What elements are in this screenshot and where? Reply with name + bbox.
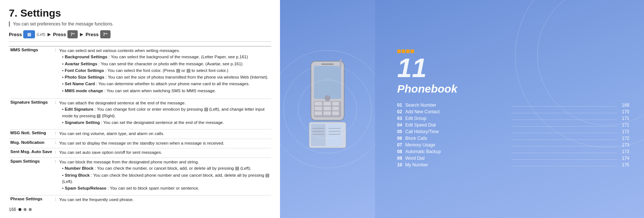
signature-desc: You can attach the designated sentence a… xyxy=(59,101,186,105)
toc-num: 04 xyxy=(397,122,405,128)
mms-bullet-list: Background Settings : You can select the… xyxy=(59,54,270,94)
msg-noti-desc: You can set ring volume, alarm type, and… xyxy=(58,129,271,139)
toc-dots xyxy=(512,166,617,166)
toc-text: Automatic Backup xyxy=(405,149,510,154)
toc-text: Memory Usage xyxy=(405,142,510,148)
toc-num: 10 xyxy=(397,162,405,167)
list-item: Signature Setting : You can set the desi… xyxy=(62,120,270,126)
spam-bullet-list: Number Block : You can check the number,… xyxy=(59,165,270,191)
table-row: Spam Settings : You can block the messag… xyxy=(9,158,271,195)
chapter-icon-dot-3 xyxy=(406,49,410,53)
page-subtitle: You can set preferences for the message … xyxy=(9,21,271,27)
table-row: Msg. Notification : You can set to displ… xyxy=(9,139,271,148)
chapter-icon-dot-1 xyxy=(397,49,401,53)
page-dot-1 xyxy=(24,208,27,211)
toc-page: 174 xyxy=(618,156,629,161)
toc-text: Word Dial xyxy=(405,156,510,161)
setting-name-spam: Spam Settings xyxy=(9,158,53,195)
chapter-title: Phonebook xyxy=(397,83,457,95)
toc-num: 05 xyxy=(397,129,405,134)
page-dot-2 xyxy=(29,208,32,211)
table-row: Signature Settings : You can attach the … xyxy=(9,99,271,129)
list-item: Number Block : You can check the number,… xyxy=(62,165,270,172)
chapter-icon-dot-4 xyxy=(410,49,414,53)
press-label-3: Press xyxy=(85,32,98,37)
toc-page: 175 xyxy=(618,162,629,167)
nav-bar: Press ▤ (Left) ▶ Press 7⁼ ▶ Press 7⁼ xyxy=(9,30,271,42)
setting-name-phrase: Phrase Settings xyxy=(9,195,53,205)
deco-circle-inner xyxy=(298,80,357,139)
toc-num: 02 xyxy=(397,109,405,114)
page-dot-active xyxy=(18,208,21,211)
right-panel: 11 Phonebook 01 Search Number 168 02 Add… xyxy=(375,0,644,218)
chapter-icon xyxy=(397,49,414,53)
toc-text: My Number xyxy=(405,162,510,167)
press-label-2: Press xyxy=(53,32,66,37)
page-number-text: 166 xyxy=(9,207,16,212)
sent-msg-desc: You can set auto save option on/off for … xyxy=(58,148,271,158)
setting-name-signature: Signature Settings xyxy=(9,99,53,129)
toc-text: Edit Group xyxy=(405,116,510,121)
toc-num: 09 xyxy=(397,156,405,161)
key-7-second-label: 7⁼ xyxy=(103,32,108,37)
arrow-2: ▶ xyxy=(80,32,83,37)
left-key-icon: ▤ xyxy=(27,32,31,37)
toc-num: 06 xyxy=(397,136,405,141)
settings-table: MMS Settings : You can select and set va… xyxy=(9,46,271,205)
key-7-first[interactable]: 7⁼ xyxy=(67,30,78,38)
toc-text: Call History/Time xyxy=(405,129,510,134)
toc-text: Block Calls xyxy=(405,136,510,141)
toc-num: 08 xyxy=(397,149,405,154)
toc-num: 01 xyxy=(397,103,405,108)
chapter-icon-dot-2 xyxy=(402,49,405,53)
press-label-1: Press xyxy=(9,32,22,37)
list-item: Edit Signature : You can change font col… xyxy=(62,106,270,119)
table-row: MSG Noti. Setting : You can set ring vol… xyxy=(9,129,271,139)
setting-name-msg-notification: Msg. Notification xyxy=(9,139,53,148)
middle-panel xyxy=(280,0,375,218)
toc-item: 08 Automatic Backup 173 xyxy=(397,149,629,154)
left-panel: 7. Settings You can set preferences for … xyxy=(0,0,280,218)
toc-dots xyxy=(512,159,617,160)
toc-item: 10 My Number 175 xyxy=(397,162,629,167)
table-row: Sent Msg. Auto Save : You can set auto s… xyxy=(9,148,271,158)
signature-bullet-list: Edit Signature : You can change font col… xyxy=(59,106,270,126)
toc-num: 07 xyxy=(397,142,405,148)
list-item: MMS mode change : You can set alarm when… xyxy=(62,88,270,94)
list-item: Photo Size Settings : You can set the si… xyxy=(62,74,270,80)
list-item: Set Name Card : You can determine whethe… xyxy=(62,81,270,87)
list-item: Background Settings : You can select the… xyxy=(62,54,270,60)
msg-notification-desc: You can set to display the message on th… xyxy=(58,139,271,148)
toc-text: Edit Speed Dial xyxy=(405,122,510,128)
setting-name-mms: MMS Settings xyxy=(9,46,53,99)
left-label: (Left) xyxy=(36,32,45,37)
list-item: Spam Setup/Release : You can set to bloc… xyxy=(62,185,270,191)
table-row: MMS Settings : You can select and set va… xyxy=(9,46,271,99)
toc-item: 09 Word Dial 174 xyxy=(397,156,629,161)
mms-desc: You can select and set various contents … xyxy=(59,48,180,53)
list-item: Font Color Settings : You can select the… xyxy=(62,68,270,74)
arrow-1: ▶ xyxy=(48,32,51,37)
toc-text: Search Number xyxy=(405,103,510,108)
toc-text: Add New Contact xyxy=(405,109,510,114)
spam-desc: You can block the message from the desig… xyxy=(59,160,199,164)
list-item: String Block : You can check the blocked… xyxy=(62,172,270,185)
setting-name-sent-msg: Sent Msg. Auto Save xyxy=(9,148,53,158)
list-item: Avartar Settings : You can send the char… xyxy=(62,61,270,67)
table-row: Phrase Settings : You can set the freque… xyxy=(9,195,271,205)
page-number-row: 166 xyxy=(9,207,271,212)
key-7-first-label: 7⁼ xyxy=(70,32,75,37)
key-7-second[interactable]: 7⁼ xyxy=(100,30,111,38)
left-key-button[interactable]: ▤ xyxy=(23,30,35,38)
toc-page: 173 xyxy=(618,149,629,154)
page-title: 7. Settings xyxy=(9,7,271,19)
chapter-number: 11 xyxy=(397,55,427,81)
setting-name-msg-noti: MSG Noti. Setting xyxy=(9,129,53,139)
toc-num: 03 xyxy=(397,116,405,121)
toc-dots xyxy=(512,153,617,153)
phrase-desc: You can set the frequently used phrase. xyxy=(58,195,271,205)
